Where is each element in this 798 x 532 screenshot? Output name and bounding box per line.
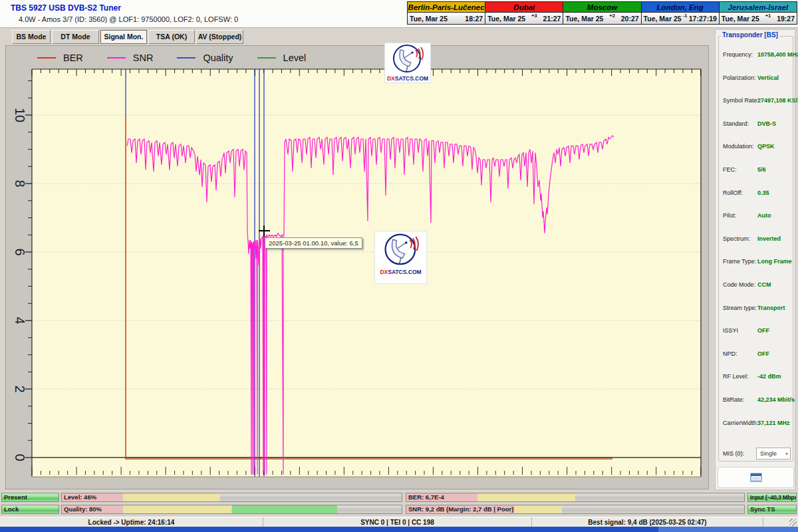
tab-signal-mon-[interactable]: Signal Mon. [100, 30, 147, 44]
bar-zone-yellow [123, 505, 232, 513]
bar-zone-yellow [515, 505, 562, 513]
transponder-row-value: 10758,400 MHz [757, 51, 798, 58]
signal-bar-quality: Quality: 80% [61, 505, 402, 514]
transponder-row: Frequency:10758,400 MHz [719, 51, 794, 61]
clock-datetime: Tue, Mar 2518:27 [408, 13, 485, 24]
snapshot-button[interactable] [718, 467, 794, 488]
plot-area [32, 69, 701, 477]
transponder-row: Polarization:Vertical [719, 74, 794, 84]
clock-utc-offset: +2 [603, 13, 620, 19]
signal-bar-label: Sync TS [750, 505, 775, 513]
mis-select[interactable]: Single ▾ [756, 448, 791, 460]
save-icon [750, 473, 762, 482]
transponder-row-label: RF Level: [723, 373, 749, 380]
status-section-0: Locked -> Uptime: 24:16:14 [0, 517, 263, 527]
transponder-row-value: OFF [757, 350, 769, 357]
clock-time: 19:27 [777, 15, 795, 23]
dxsatcs-logo-text: DXSATCS.COM [380, 269, 421, 275]
transponder-row: Frame Type:Long Frame [719, 258, 794, 267]
tab-bs-mode[interactable]: BS Mode [12, 30, 51, 44]
tab-tsa-ok-[interactable]: TSA (OK) [148, 30, 195, 44]
clock-date: Tue, Mar 25 [410, 15, 448, 23]
transponder-row-label: Spectrum: [723, 235, 750, 242]
transponder-row-value: DVB-S [757, 120, 776, 127]
clock-utc-offset: +1 [759, 13, 777, 19]
transponder-row: Symbol Rate:27497,108 KS/s [719, 97, 794, 106]
transponder-panel: Transponder [BS] Frequency:10758,400 MHz… [715, 29, 795, 490]
clock-3: London, EngTue, Mar 25-117:27:19 [642, 2, 720, 24]
chart-tooltip: 2025-03-25 01.00.10, value: 6,5 [265, 237, 362, 249]
tuned-transponder-subtitle: 4.0W - Amos 3/7 (ID: 3560) @ LOF1: 97500… [19, 15, 238, 23]
transponder-row: CarrierWidth:37,121 MHz [719, 420, 794, 429]
signal-chart[interactable] [6, 46, 708, 489]
transponder-row-value: -42 dBm [757, 373, 781, 380]
transponder-row: FEC:5/6 [719, 166, 794, 176]
signal-bar-label: Quality: 80% [64, 505, 102, 513]
status-section-2: Best signal: 9,4 dB (2025-03-25 02:47) [532, 517, 763, 527]
transponder-row-value: 5/6 [757, 166, 766, 173]
clock-0: Berlin-Paris-LučenecTue, Mar 2518:27 [408, 2, 485, 24]
bar-zone-yellow [477, 493, 575, 501]
dxsatcs-logo-top: DXSATCS.COM [384, 43, 431, 83]
clock-date: Tue, Mar 25 [565, 15, 603, 23]
transponder-row-label: Modulation: [723, 143, 754, 150]
clock-city-name: Dubai [485, 2, 563, 13]
y-axis-label: 6 [11, 243, 29, 261]
transponder-row: Code Mode:CCM [719, 281, 794, 291]
bar-zone-yellow [123, 493, 220, 501]
crosshair-cursor [263, 225, 265, 237]
signal-bar-present: Present [1, 493, 59, 502]
clock-4: Jerusalem-IsraelTue, Mar 25+119:27 [720, 2, 797, 24]
transponder-row: RollOff:0.35 [719, 190, 794, 199]
y-axis-label: 2 [11, 380, 29, 398]
transponder-row-value: 0.35 [757, 190, 769, 196]
signal-bar-label: Present [4, 493, 27, 501]
transponder-row-label: FEC: [723, 166, 737, 173]
y-axis-label: 8 [11, 175, 29, 192]
tab-av-stopped-[interactable]: AV (Stopped) [196, 30, 243, 44]
resize-grip[interactable] [789, 519, 797, 526]
transponder-row: Stream type:Transport [719, 305, 794, 314]
mis-label: MIS (0): [723, 450, 744, 457]
signal-bar-label: SNR: 9,2 dB (Margin: 2,7 dB | Poor) [408, 505, 513, 513]
tab-dt-mode[interactable]: DT Mode [52, 30, 99, 44]
mis-selected-value: Single [760, 450, 777, 457]
tuner-app-window: TBS 5927 USB DVB-S2 Tuner 4.0W - Amos 3/… [0, 0, 798, 532]
mis-row: MIS (0): Single ▾ [719, 447, 794, 460]
world-clocks: Berlin-Paris-LučenecTue, Mar 2518:27Duba… [407, 1, 797, 25]
transponder-row-value: CCM [757, 281, 771, 288]
y-axis-label: 4 [11, 312, 29, 329]
transponder-row: Modulation:QPSK [719, 143, 794, 152]
transponder-row-value: OFF [757, 327, 769, 334]
taskbar-edge[interactable] [0, 527, 798, 532]
transponder-row-label: Code Mode: [723, 281, 755, 288]
transponder-row-label: Standard: [723, 120, 749, 127]
signal-bar-lock: Lock [1, 505, 59, 514]
y-axis-label: 10 [11, 106, 29, 124]
satellite-dish-icon [382, 231, 420, 269]
transponder-row-value: 37,121 MHz [757, 420, 790, 426]
clock-datetime: Tue, Mar 25+220:27 [563, 13, 640, 24]
transponder-row-value: 42,234 Mbit/s [757, 396, 795, 403]
transponder-row: BitRate:42,234 Mbit/s [719, 396, 794, 406]
transponder-row-label: Pilot: [723, 212, 736, 219]
clock-datetime: Tue, Mar 25+321:27 [485, 13, 563, 24]
clock-1: DubaiTue, Mar 25+321:27 [485, 2, 563, 24]
transponder-row-value: Vertical [757, 74, 779, 81]
signal-bar-label: BER: 6,7E-4 [408, 493, 444, 501]
app-title: TBS 5927 USB DVB-S2 Tuner [11, 3, 121, 13]
transponder-group-box: Frequency:10758,400 MHzPolarization:Vert… [718, 36, 793, 462]
clock-city-name: Jerusalem-Israel [720, 2, 797, 13]
bar-zone-green [232, 505, 337, 513]
clock-date: Tue, Mar 25 [644, 15, 682, 23]
transponder-row-label: Polarization: [723, 74, 756, 81]
transponder-row: RF Level:-42 dBm [719, 373, 794, 382]
signal-bar-input-40-3-mbps-: Input (~40,3 Mbps) [747, 493, 797, 502]
transponder-row-label: CarrierWidth: [723, 420, 758, 426]
clock-utc-offset: +3 [525, 13, 543, 19]
transponder-row-value: Auto [757, 212, 771, 219]
signal-bar-label: Lock [4, 505, 19, 513]
transponder-row-label: Frequency: [723, 51, 753, 58]
transponder-row: Standard:DVB-S [719, 120, 794, 130]
transponder-panel-title: Transponder [BS] [721, 31, 779, 39]
